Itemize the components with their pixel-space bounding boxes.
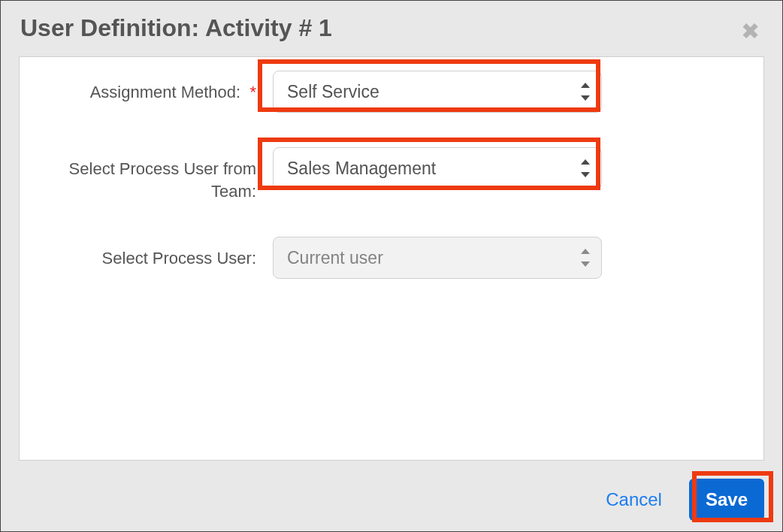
- user-definition-dialog: User Definition: Activity # 1 ✖ Assignme…: [0, 0, 783, 532]
- process-user-team-row: Select Process User from Team: Sales Man…: [38, 147, 745, 202]
- dialog-body: Assignment Method: * Self Service Select…: [19, 56, 764, 461]
- process-user-team-label: Select Process User from Team:: [38, 147, 261, 202]
- close-icon[interactable]: ✖: [741, 20, 760, 43]
- dialog-footer: Cancel Save: [19, 479, 764, 521]
- process-user-row: Select Process User: Current user: [38, 237, 745, 279]
- save-button[interactable]: Save: [689, 479, 764, 521]
- process-user-team-select[interactable]: Sales Management: [273, 147, 602, 189]
- assignment-method-value: Self Service: [287, 82, 379, 102]
- required-indicator: *: [245, 83, 256, 101]
- assignment-method-row: Assignment Method: * Self Service: [38, 71, 745, 113]
- cancel-button[interactable]: Cancel: [601, 482, 667, 518]
- process-user-team-value: Sales Management: [287, 159, 436, 179]
- process-user-value: Current user: [287, 248, 383, 268]
- chevron-updown-icon: [580, 159, 591, 177]
- chevron-updown-icon: [580, 249, 591, 267]
- process-user-label: Select Process User:: [38, 237, 261, 270]
- assignment-method-label: Assignment Method: *: [38, 71, 261, 104]
- chevron-updown-icon: [580, 83, 591, 101]
- dialog-title: User Definition: Activity # 1: [20, 14, 763, 42]
- process-user-select: Current user: [273, 237, 602, 279]
- assignment-method-select[interactable]: Self Service: [273, 71, 602, 113]
- dialog-header: User Definition: Activity # 1 ✖: [1, 1, 782, 59]
